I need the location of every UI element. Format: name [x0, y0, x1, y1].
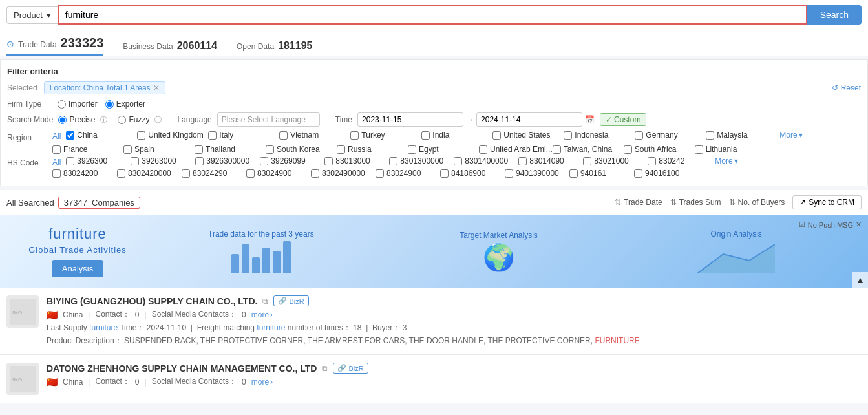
- location-tag[interactable]: Location: China Total 1 Areas ✕: [44, 81, 165, 94]
- region-all[interactable]: All: [52, 132, 61, 141]
- language-select[interactable]: Please Select Language: [217, 112, 320, 127]
- region-turkey[interactable]: Turkey: [350, 131, 421, 140]
- region-more-link[interactable]: More▾: [779, 131, 802, 140]
- no-buyers-sort[interactable]: ⇅ No. of Buyers: [729, 198, 785, 207]
- region-thailand[interactable]: Thailand: [195, 145, 266, 154]
- banner-title: furniture: [13, 226, 142, 242]
- hs-83021000[interactable]: 83021000: [583, 156, 648, 165]
- importer-label: Importer: [69, 100, 98, 109]
- region-france[interactable]: France: [52, 145, 123, 154]
- fuzzy-radio-input[interactable]: [118, 116, 126, 124]
- hs-83024290[interactable]: 83024290: [182, 169, 246, 178]
- region-italy[interactable]: Italy: [208, 131, 279, 140]
- exporter-radio[interactable]: Exporter: [105, 100, 145, 109]
- hs-83024900b[interactable]: 83024900: [376, 169, 440, 178]
- search-input[interactable]: [58, 5, 807, 25]
- precise-radio[interactable]: Precise: [58, 115, 95, 124]
- more-link-1[interactable]: more ›: [251, 310, 273, 319]
- scroll-top-button[interactable]: ▲: [852, 272, 868, 288]
- region-spain[interactable]: Spain: [123, 145, 195, 154]
- close-icon[interactable]: ✕: [153, 83, 160, 92]
- open-data-stat[interactable]: Open Data 181195: [237, 40, 312, 52]
- hs-code-row: HS Code All 3926300 39263000 3926300000 …: [7, 156, 861, 167]
- region-indonesia[interactable]: Indonesia: [564, 131, 635, 140]
- hs-83024900[interactable]: 83024900: [246, 169, 311, 178]
- region-egypt[interactable]: Egypt: [408, 145, 479, 154]
- hs-8301300000[interactable]: 8301300000: [389, 156, 454, 165]
- time-to-input[interactable]: [476, 112, 582, 127]
- trade-date-sort[interactable]: ⇅ Trade Date: [615, 198, 662, 207]
- calendar-icon[interactable]: 📅: [585, 115, 595, 124]
- hs-8302420000[interactable]: 8302420000: [117, 169, 182, 178]
- filter-title: Filter criteria: [7, 67, 861, 76]
- product-desc-1: Product Description： SUSPENDED RACK, THE…: [47, 335, 862, 346]
- exporter-radio-input[interactable]: [105, 100, 114, 109]
- importer-radio-input[interactable]: [58, 100, 66, 109]
- region-china[interactable]: China: [66, 131, 137, 140]
- bizr-badge-1[interactable]: 🔗 BizR: [273, 295, 308, 306]
- hs-3926300[interactable]: 3926300: [66, 156, 131, 165]
- bizr-badge-2[interactable]: 🔗 BizR: [333, 363, 368, 374]
- more-link-2[interactable]: more ›: [251, 378, 273, 387]
- hs-more-link[interactable]: More▾: [715, 156, 737, 165]
- product-dropdown[interactable]: Product ▾: [6, 6, 58, 24]
- region-india[interactable]: India: [421, 131, 492, 140]
- region-label: Region: [7, 133, 52, 142]
- hs-84186900[interactable]: 84186900: [440, 169, 505, 178]
- hs-39263000[interactable]: 39263000: [131, 156, 195, 165]
- time-range: → 📅: [357, 112, 595, 127]
- arrow-right-icon-1: ›: [270, 310, 273, 319]
- origin-chart: [697, 241, 775, 273]
- region-us[interactable]: United States: [492, 131, 564, 140]
- region-germany[interactable]: Germany: [635, 131, 706, 140]
- hs-83014090[interactable]: 83014090: [518, 156, 583, 165]
- region-taiwan[interactable]: Taiwan, China: [553, 145, 624, 154]
- company-meta-2: 🇨🇳 China | Contact： 0 | Social Media Con…: [47, 376, 862, 387]
- hs-39269099[interactable]: 39269099: [260, 156, 324, 165]
- precise-info-icon: ⓘ: [100, 115, 107, 125]
- hs-label: HS Code: [7, 158, 52, 167]
- contact-label-2: Contact：: [95, 376, 129, 387]
- sync-crm-button[interactable]: ↗ Sync to CRM: [792, 195, 862, 209]
- copy-icon-2[interactable]: ⧉: [322, 364, 328, 373]
- no-push-close[interactable]: ✕: [856, 220, 862, 229]
- supply-keyword-1: furniture: [89, 323, 118, 332]
- time-from-input[interactable]: [357, 112, 463, 127]
- hs-94016100[interactable]: 94016100: [634, 169, 699, 178]
- hs-9401390000[interactable]: 9401390000: [505, 169, 569, 178]
- no-push-msg[interactable]: ☑ No Push MSG ✕: [799, 220, 862, 229]
- hs-8301400000[interactable]: 8301400000: [454, 156, 518, 165]
- hs-3926300000[interactable]: 3926300000: [195, 156, 260, 165]
- hs-83024200[interactable]: 83024200: [52, 169, 117, 178]
- business-data-stat[interactable]: Business Data 2060114: [123, 40, 217, 52]
- region-lithuania[interactable]: Lithuania: [695, 145, 766, 154]
- hs-830242[interactable]: 830242: [648, 156, 712, 165]
- no-push-checkbox[interactable]: ☑: [799, 220, 805, 229]
- trade-data-stat[interactable]: ⊙ Trade Data 233323: [6, 36, 103, 56]
- company-name-1[interactable]: BIYING (GUANGZHOU) SUPPLY CHAIN CO., LTD…: [47, 296, 257, 306]
- hs-8302490000[interactable]: 8302490000: [311, 169, 376, 178]
- region-vietnam[interactable]: Vietnam: [279, 131, 350, 140]
- region-russia[interactable]: Russia: [337, 145, 408, 154]
- region-uae[interactable]: United Arab Emi...: [479, 145, 553, 154]
- reset-button[interactable]: ↺ Reset: [832, 83, 861, 92]
- region-south-korea[interactable]: South Korea: [266, 145, 337, 154]
- precise-radio-input[interactable]: [58, 116, 67, 124]
- region-uk[interactable]: United Kingdom: [137, 131, 208, 140]
- search-button[interactable]: Search: [807, 5, 862, 25]
- importer-radio[interactable]: Importer: [58, 100, 98, 109]
- hs-83013000[interactable]: 83013000: [324, 156, 389, 165]
- trades-sum-sort[interactable]: ⇅ Trades Sum: [670, 198, 721, 207]
- hs-more-text: More: [715, 156, 732, 165]
- fuzzy-radio[interactable]: Fuzzy: [118, 115, 149, 124]
- hs-all[interactable]: All: [52, 158, 61, 167]
- supply-time-1: 2024-11-10: [147, 323, 186, 332]
- sort-icon3: ⇅: [729, 198, 736, 207]
- copy-icon-1[interactable]: ⧉: [262, 297, 268, 306]
- region-malaysia[interactable]: Malaysia: [706, 131, 777, 140]
- company-name-2[interactable]: DATONG ZHENHONG SUPPLY CHAIN MANAGEMENT …: [47, 363, 317, 374]
- region-south-africa[interactable]: South Africa: [624, 145, 695, 154]
- hs-940161[interactable]: 940161: [569, 169, 634, 178]
- custom-button[interactable]: ✓ Custom: [600, 113, 646, 126]
- analysis-button[interactable]: Analysis: [52, 260, 103, 277]
